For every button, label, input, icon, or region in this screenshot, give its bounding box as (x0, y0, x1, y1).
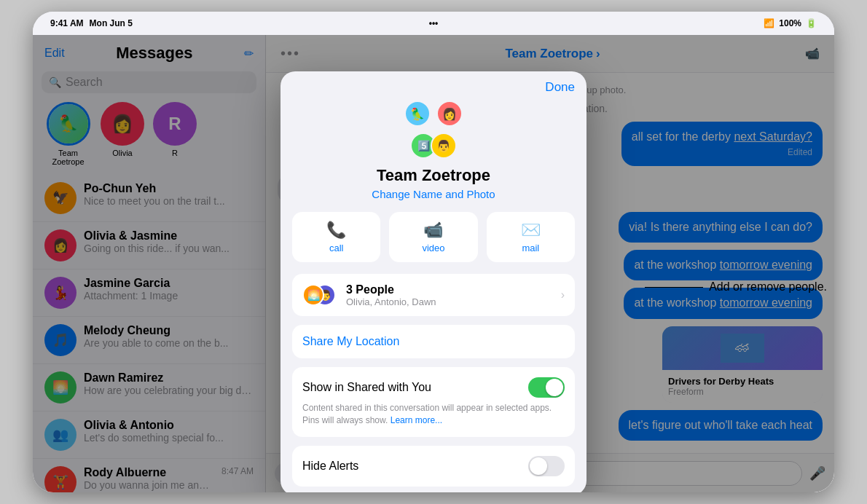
group-av-2: 👩 (436, 101, 463, 127)
group-av-4: 👨 (431, 133, 457, 159)
battery-level: 100% (779, 18, 801, 28)
people-chevron-icon: › (561, 288, 565, 302)
hide-alerts-row: Hide Alerts (302, 456, 565, 476)
video-action-button[interactable]: 📹 video (389, 212, 477, 262)
center-dots: ••• (429, 18, 439, 28)
people-info: 3 People Olivia, Antonio, Dawn (346, 283, 554, 307)
show-in-shared-label: Show in Shared with You (302, 381, 431, 394)
mail-icon: ✉️ (521, 221, 541, 240)
annotation-line (645, 287, 703, 288)
group-name: Team Zoetrope (377, 166, 490, 185)
group-av-1: 🦜 (404, 101, 431, 127)
hide-alerts-label: Hide Alerts (302, 460, 358, 473)
time: 9:41 AM (50, 18, 84, 28)
call-action-button[interactable]: 📞 call (292, 212, 380, 262)
group-info-modal: Done 🦜 👩 5️⃣ 👨 Team Zoetrope Change Name… (280, 71, 586, 492)
modal-header: Done (280, 71, 586, 95)
share-location-button[interactable]: Share My Location (292, 325, 575, 358)
toggle-knob-off (530, 457, 547, 475)
show-in-shared-toggle[interactable] (528, 377, 565, 398)
annotation-text: Add or remove people. (709, 279, 827, 295)
people-row[interactable]: 🌅 👨 3 People Olivia, Antonio, Dawn › (292, 274, 575, 316)
status-bar-left: 9:41 AM Mon Jun 5 (50, 18, 133, 28)
people-section: 🌅 👨 3 People Olivia, Antonio, Dawn › (292, 274, 575, 316)
status-bar-center: ••• (429, 18, 439, 28)
mail-label: mail (522, 243, 539, 253)
video-icon: 📹 (423, 221, 443, 240)
share-location-section: Share My Location (292, 325, 575, 358)
show-in-shared-section: Show in Shared with You Content shared i… (292, 367, 575, 437)
status-bar: 9:41 AM Mon Jun 5 ••• 📶 100% 🔋 (33, 12, 834, 35)
annotation-container: Add or remove people. (645, 279, 827, 295)
app-container: Edit Messages ✏ 🔍 Search 🦜 Team Zoetrope… (33, 35, 834, 492)
status-bar-right: 📶 100% 🔋 (764, 18, 817, 28)
people-avatars: 🌅 👨 (302, 283, 339, 307)
change-name-photo-link[interactable]: Change Name and Photo (372, 188, 495, 200)
toggle-sub-text: Content shared in this conversation will… (302, 402, 565, 427)
modal-actions: 📞 call 📹 video ✉️ mail (280, 212, 586, 274)
modal-overlay: Done 🦜 👩 5️⃣ 👨 Team Zoetrope Change Name… (33, 35, 834, 492)
person-avatar-1: 🌅 (302, 284, 324, 306)
toggle-knob-on (546, 379, 563, 396)
mail-action-button[interactable]: ✉️ mail (487, 212, 575, 262)
date: Mon Jun 5 (90, 18, 133, 28)
people-names: Olivia, Antonio, Dawn (346, 296, 554, 307)
show-in-shared-row: Show in Shared with You (302, 377, 565, 398)
hide-alerts-section: Hide Alerts (292, 446, 575, 487)
group-avatar-stack: 🦜 👩 5️⃣ 👨 (404, 101, 463, 159)
ipad-frame: 9:41 AM Mon Jun 5 ••• 📶 100% 🔋 Edit Mess… (33, 12, 834, 492)
hide-alerts-toggle[interactable] (528, 456, 565, 476)
battery-icon: 🔋 (806, 18, 817, 28)
video-label: video (422, 243, 444, 253)
learn-more-link[interactable]: Learn more... (391, 415, 442, 425)
call-label: call (329, 243, 344, 253)
done-button[interactable]: Done (545, 80, 575, 95)
people-count: 3 People (346, 283, 554, 296)
wifi-icon: 📶 (764, 18, 774, 28)
modal-group-info: 🦜 👩 5️⃣ 👨 Team Zoetrope Change Name and … (280, 95, 586, 212)
call-icon: 📞 (326, 221, 346, 240)
